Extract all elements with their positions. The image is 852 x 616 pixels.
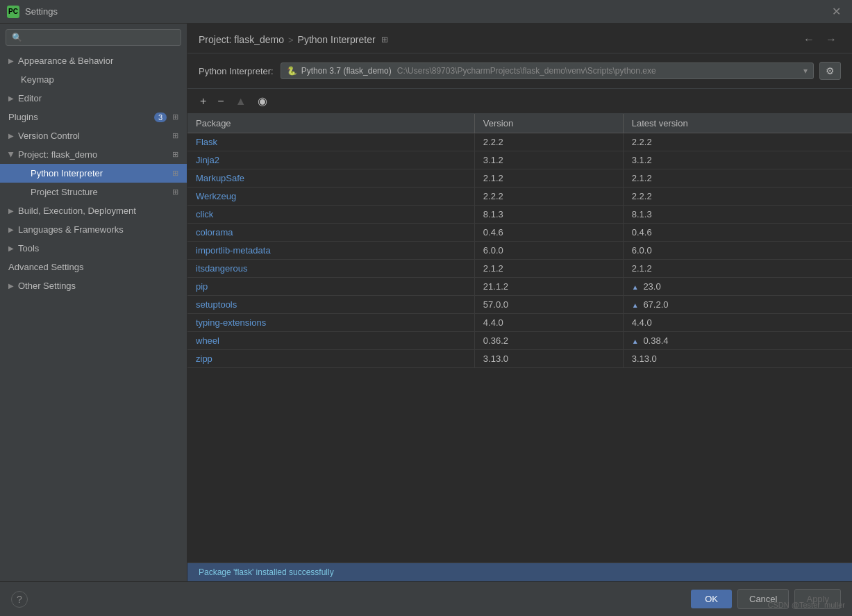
interpreter-row: Python Interpreter: 🐍 Python 3.7 (flask_… [187, 53, 852, 89]
package-name-cell: importlib-metadata [187, 242, 474, 260]
window-title: Settings [25, 6, 828, 17]
arrow-icon: ▶ [8, 57, 14, 65]
nav-forward-button[interactable]: → [821, 32, 841, 47]
table-row[interactable]: Flask2.2.22.2.2 [187, 133, 852, 151]
status-bar: Package 'flask' installed successfully [187, 563, 852, 581]
nav-back-button[interactable]: ← [799, 32, 819, 47]
interpreter-label: Python Interpreter: [199, 66, 274, 76]
package-toolbar: + − ▲ ◉ [187, 89, 852, 114]
close-button[interactable]: ✕ [828, 3, 845, 19]
package-name-cell: Werkzeug [187, 188, 474, 206]
python-icon: 🐍 [287, 66, 297, 76]
upgrade-arrow-icon: ▲ [632, 283, 641, 291]
sidebar-item-label: Keymap [21, 74, 178, 85]
sidebar-item-advanced-settings[interactable]: Advanced Settings [0, 258, 187, 276]
package-name-cell: MarkupSafe [187, 169, 474, 188]
sidebar-item-build-execution[interactable]: ▶ Build, Execution, Deployment [0, 201, 187, 220]
content-area: Project: flask_demo > Python Interpreter… [187, 24, 852, 581]
version-cell: 6.0.0 [474, 242, 623, 260]
arrow-icon: ▶ [8, 226, 14, 233]
latest-version-cell: 2.2.2 [623, 188, 852, 206]
table-row[interactable]: click8.1.38.1.3 [187, 206, 852, 224]
sidebar-item-appearance[interactable]: ▶ Appearance & Behavior [0, 51, 187, 70]
latest-version-cell: 8.1.3 [623, 206, 852, 224]
sidebar-item-keymap[interactable]: Keymap [0, 70, 187, 89]
latest-version-cell: 2.1.2 [623, 260, 852, 278]
add-package-button[interactable]: + [196, 94, 210, 109]
sidebar-item-languages[interactable]: ▶ Languages & Frameworks [0, 220, 187, 239]
arrow-icon: ▶ [8, 94, 14, 102]
sidebar-item-editor[interactable]: ▶ Editor [0, 89, 187, 108]
help-button[interactable]: ? [11, 591, 28, 608]
sidebar-item-label: Plugins [8, 112, 154, 122]
ok-button[interactable]: OK [691, 590, 732, 608]
sidebar-item-label: Appearance & Behavior [18, 56, 178, 66]
col-version[interactable]: Version [474, 114, 623, 133]
version-cell: 0.36.2 [474, 332, 623, 350]
table-row[interactable]: zipp3.13.03.13.0 [187, 350, 852, 368]
latest-version-cell: 2.2.2 [623, 133, 852, 151]
sidebar-item-label: Build, Execution, Deployment [18, 206, 178, 216]
remove-package-button[interactable]: − [213, 94, 228, 109]
interpreter-settings-button[interactable]: ⚙ [819, 62, 841, 80]
table-row[interactable]: Jinja23.1.23.1.2 [187, 151, 852, 169]
sidebar: ▶ Appearance & Behavior Keymap ▶ Editor … [0, 24, 187, 581]
breadcrumb-bar: Project: flask_demo > Python Interpreter… [187, 24, 852, 53]
sidebar-item-project[interactable]: ▶ Project: flask_demo ⊞ [0, 145, 187, 164]
refresh-button[interactable]: ◉ [253, 93, 272, 109]
sidebar-item-label: Project: flask_demo [18, 149, 169, 160]
table-row[interactable]: typing-extensions4.4.04.4.0 [187, 314, 852, 332]
latest-version-cell: ▲ 67.2.0 [623, 296, 852, 314]
table-row[interactable]: importlib-metadata6.0.06.0.0 [187, 242, 852, 260]
nav-buttons: ← → [799, 32, 841, 47]
table-row[interactable]: pip21.1.2▲ 23.0 [187, 278, 852, 296]
layout-icon: ⊞ [172, 169, 178, 178]
breadcrumb-tab-icon: ⊞ [381, 35, 388, 44]
sidebar-item-python-interpreter[interactable]: Python Interpreter ⊞ [0, 164, 187, 183]
breadcrumb-project-link[interactable]: Project: flask_demo [199, 34, 284, 45]
app-icon: PC [7, 6, 19, 18]
latest-version-cell: 0.4.6 [623, 224, 852, 242]
package-name-cell: zipp [187, 350, 474, 368]
sidebar-item-other-settings[interactable]: ▶ Other Settings [0, 276, 187, 295]
sidebar-item-label: Project Structure [31, 187, 169, 197]
col-latest-version[interactable]: Latest version [623, 114, 852, 133]
latest-version-cell: ▲ 23.0 [623, 278, 852, 296]
table-row[interactable]: colorama0.4.60.4.6 [187, 224, 852, 242]
interpreter-name: Python 3.7 (flask_demo) [301, 66, 392, 76]
table-row[interactable]: MarkupSafe2.1.22.1.2 [187, 169, 852, 188]
latest-version-cell: 4.4.0 [623, 314, 852, 332]
layout-icon: ⊞ [172, 113, 178, 122]
layout-icon: ⊞ [172, 131, 178, 140]
package-name-cell: click [187, 206, 474, 224]
latest-version-cell: 2.1.2 [623, 169, 852, 188]
table-row[interactable]: setuptools57.0.0▲ 67.2.0 [187, 296, 852, 314]
latest-version-cell: 3.1.2 [623, 151, 852, 169]
breadcrumb-current: Python Interpreter [298, 34, 376, 45]
arrow-icon: ▶ [8, 282, 14, 290]
package-table: Package Version Latest version Flask2.2.… [187, 114, 852, 368]
latest-version-cell: 6.0.0 [623, 242, 852, 260]
table-row[interactable]: Werkzeug2.2.22.2.2 [187, 188, 852, 206]
version-cell: 2.2.2 [474, 133, 623, 151]
package-name-cell: itsdangerous [187, 260, 474, 278]
version-cell: 21.1.2 [474, 278, 623, 296]
arrow-icon: ▶ [8, 132, 14, 140]
interpreter-select-dropdown[interactable]: 🐍 Python 3.7 (flask_demo) C:\Users\89703… [281, 63, 814, 79]
sidebar-item-label: Version Control [18, 131, 169, 141]
sidebar-item-plugins[interactable]: Plugins 3 ⊞ [0, 108, 187, 126]
interpreter-path: C:\Users\89703\PycharmProjects\flask_dem… [397, 66, 656, 76]
table-row[interactable]: wheel0.36.2▲ 0.38.4 [187, 332, 852, 350]
col-package[interactable]: Package [187, 114, 474, 133]
sidebar-item-version-control[interactable]: ▶ Version Control ⊞ [0, 126, 187, 145]
sidebar-item-project-structure[interactable]: Project Structure ⊞ [0, 183, 187, 201]
package-name-cell: wheel [187, 332, 474, 350]
table-row[interactable]: itsdangerous2.1.22.1.2 [187, 260, 852, 278]
sidebar-item-tools[interactable]: ▶ Tools [0, 239, 187, 258]
sidebar-item-label: Python Interpreter [31, 168, 169, 178]
sidebar-search-input[interactable] [6, 29, 181, 46]
bottom-bar: ? OK Cancel Apply [0, 581, 852, 616]
up-button: ▲ [231, 94, 251, 109]
latest-version-cell: ▲ 0.38.4 [623, 332, 852, 350]
table-header-row: Package Version Latest version [187, 114, 852, 133]
